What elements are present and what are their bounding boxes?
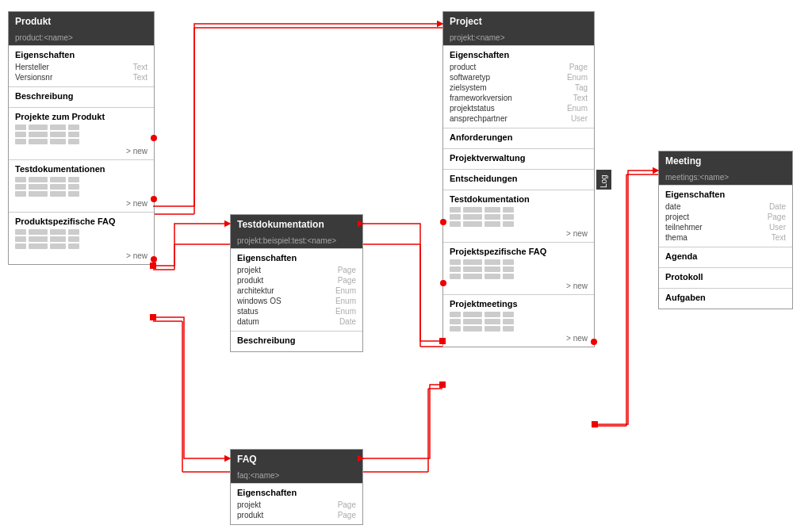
meeting-agenda: Agenda <box>659 247 792 267</box>
produkt-faq-list: Produktspezifische FAQ <box>9 212 154 264</box>
svg-rect-28 <box>592 421 598 427</box>
list-item <box>15 191 147 197</box>
testdokumentation-title: Testdokumentation <box>231 215 362 234</box>
log-label: Log <box>596 170 611 190</box>
project-entscheidungen: Entscheidungen Log <box>443 169 594 190</box>
testdok-field-architektur: architektur Enum <box>237 286 356 296</box>
project-title: Project <box>443 12 594 31</box>
connector-dot <box>591 339 597 345</box>
list-item <box>450 207 588 213</box>
testdok-field-datum: datum Date <box>237 316 356 327</box>
project-eigenschaften: Eigenschaften product Page softwaretyp E… <box>443 45 594 128</box>
list-item <box>450 221 588 227</box>
testdok-field-windowsos: windows OS Enum <box>237 296 356 306</box>
svg-rect-25 <box>150 314 156 320</box>
list-item <box>15 184 147 190</box>
project-faq-list: Projektspezifische FAQ <box>443 242 594 294</box>
project-testdok-list: Testdokumentation <box>443 190 594 242</box>
produkt-beschreibung: Beschreibung <box>9 86 154 107</box>
produkt-projekte-list: Projekte zum Produkt <box>9 107 154 159</box>
project-subheader: projekt:<name> <box>443 31 594 45</box>
list-item <box>450 326 588 332</box>
list-item <box>450 274 588 279</box>
meeting-field-teilnehmer: teilnehmer User <box>665 222 786 232</box>
svg-rect-27 <box>439 381 446 388</box>
list-item <box>15 125 147 130</box>
meeting-entity: Meeting meetings:<name> Eigenschaften da… <box>658 151 793 309</box>
produkt-field-hersteller: Hersteller Text <box>15 62 147 72</box>
connector-dot <box>151 196 157 202</box>
list-item <box>450 266 588 272</box>
project-projektverwaltung: Projektverwaltung <box>443 148 594 169</box>
list-item <box>450 312 588 317</box>
list-item <box>15 236 147 242</box>
connector-dot <box>440 280 446 286</box>
faq-field-produkt: produkt Page <box>237 510 356 520</box>
meeting-subheader: meetings:<name> <box>659 171 792 185</box>
project-field-frameworkversion: frameworkversion Text <box>450 93 588 103</box>
produkt-entity: Produkt product:<name> Eigenschaften Her… <box>8 11 155 265</box>
list-item <box>15 177 147 182</box>
faq-eigenschaften: Eigenschaften projekt Page produkt Page <box>231 483 362 524</box>
list-item <box>15 139 147 144</box>
project-field-softwaretyp: softwaretyp Enum <box>450 72 588 82</box>
project-meetings-list: Projektmeetings <box>443 294 594 347</box>
connector-dot <box>440 219 446 225</box>
produkt-subheader: product:<name> <box>9 31 154 45</box>
testdokumentation-entity: Testdokumentation projekt:beispiel:test:… <box>230 214 363 352</box>
produkt-eigenschaften: Eigenschaften Hersteller Text Versionsnr… <box>9 45 154 86</box>
produkt-title: Produkt <box>9 12 154 31</box>
list-item <box>450 259 588 265</box>
meeting-aufgaben: Aufgaben <box>659 288 792 309</box>
testdok-eigenschaften: Eigenschaften projekt Page produkt Page … <box>231 248 362 331</box>
meeting-protokoll: Protokoll <box>659 267 792 288</box>
produkt-field-versionsnr: Versionsnr Text <box>15 72 147 82</box>
testdokumentation-subheader: projekt:beispiel:test:<name> <box>231 234 362 248</box>
diagram-container: Produkt product:<name> Eigenschaften Her… <box>0 0 812 529</box>
project-field-zielsystem: zielsystem Tag <box>450 82 588 93</box>
meeting-field-project: project Page <box>665 212 786 222</box>
connector-dot <box>151 256 157 263</box>
faq-title: FAQ <box>231 450 362 469</box>
list-item <box>450 214 588 220</box>
project-entity: Project projekt:<name> Eigenschaften pro… <box>442 11 595 347</box>
produkt-testdok-list: Testdokumentationen <box>9 159 154 212</box>
testdok-field-status: status Enum <box>237 306 356 316</box>
meeting-title: Meeting <box>659 151 792 171</box>
project-field-ansprechpartner: ansprechpartner User <box>450 113 588 124</box>
faq-field-projekt: projekt Page <box>237 500 356 510</box>
project-anforderungen: Anforderungen <box>443 128 594 148</box>
list-item <box>15 132 147 137</box>
testdok-field-projekt: projekt Page <box>237 265 356 275</box>
list-item <box>15 229 147 235</box>
faq-entity: FAQ faq:<name> Eigenschaften projekt Pag… <box>230 449 363 525</box>
testdok-beschreibung: Beschreibung <box>231 331 362 351</box>
connector-dot <box>151 135 157 141</box>
testdok-field-produkt: produkt Page <box>237 275 356 286</box>
meeting-eigenschaften: Eigenschaften date Date project Page tei… <box>659 185 792 247</box>
project-field-product: product Page <box>450 62 588 72</box>
list-item <box>450 319 588 324</box>
meeting-field-date: date Date <box>665 201 786 212</box>
meeting-field-thema: thema Text <box>665 232 786 243</box>
list-item <box>15 243 147 249</box>
project-field-projektstatus: projektstatus Enum <box>450 103 588 113</box>
faq-subheader: faq:<name> <box>231 469 362 483</box>
